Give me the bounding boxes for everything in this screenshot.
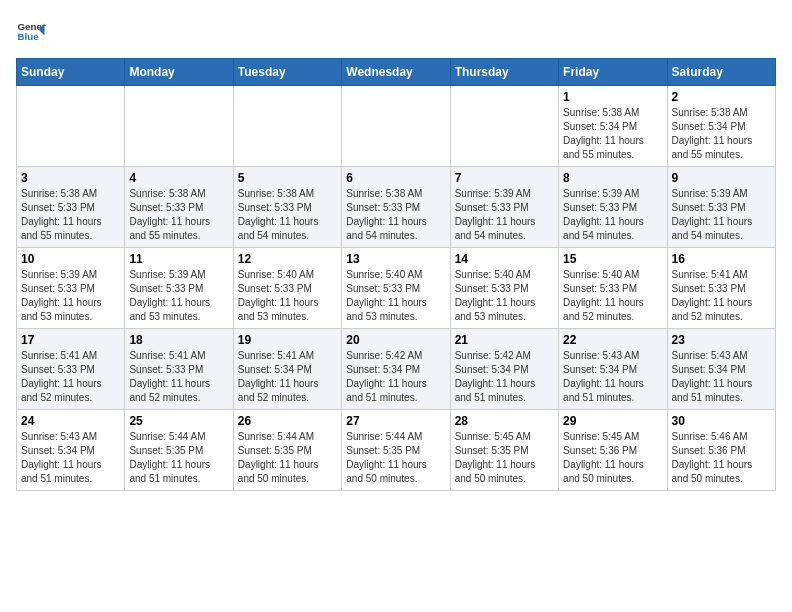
calendar-cell: 22Sunrise: 5:43 AM Sunset: 5:34 PM Dayli… (559, 329, 667, 410)
day-number: 3 (21, 171, 120, 185)
calendar-cell: 6Sunrise: 5:38 AM Sunset: 5:33 PM Daylig… (342, 167, 450, 248)
day-info: Sunrise: 5:39 AM Sunset: 5:33 PM Dayligh… (455, 187, 554, 243)
calendar-cell: 28Sunrise: 5:45 AM Sunset: 5:35 PM Dayli… (450, 410, 558, 491)
day-number: 8 (563, 171, 662, 185)
day-info: Sunrise: 5:46 AM Sunset: 5:36 PM Dayligh… (672, 430, 771, 486)
week-row-1: 1Sunrise: 5:38 AM Sunset: 5:34 PM Daylig… (17, 86, 776, 167)
weekday-header-friday: Friday (559, 59, 667, 86)
calendar-cell: 30Sunrise: 5:46 AM Sunset: 5:36 PM Dayli… (667, 410, 775, 491)
weekday-header-saturday: Saturday (667, 59, 775, 86)
day-number: 25 (129, 414, 228, 428)
day-number: 15 (563, 252, 662, 266)
calendar-cell: 18Sunrise: 5:41 AM Sunset: 5:33 PM Dayli… (125, 329, 233, 410)
logo: General Blue (16, 16, 46, 46)
day-info: Sunrise: 5:39 AM Sunset: 5:33 PM Dayligh… (563, 187, 662, 243)
day-info: Sunrise: 5:38 AM Sunset: 5:34 PM Dayligh… (672, 106, 771, 162)
day-number: 9 (672, 171, 771, 185)
day-info: Sunrise: 5:38 AM Sunset: 5:33 PM Dayligh… (21, 187, 120, 243)
day-info: Sunrise: 5:43 AM Sunset: 5:34 PM Dayligh… (563, 349, 662, 405)
calendar-cell: 2Sunrise: 5:38 AM Sunset: 5:34 PM Daylig… (667, 86, 775, 167)
day-info: Sunrise: 5:38 AM Sunset: 5:33 PM Dayligh… (129, 187, 228, 243)
calendar-cell: 16Sunrise: 5:41 AM Sunset: 5:33 PM Dayli… (667, 248, 775, 329)
day-number: 2 (672, 90, 771, 104)
day-number: 10 (21, 252, 120, 266)
day-number: 6 (346, 171, 445, 185)
day-info: Sunrise: 5:41 AM Sunset: 5:34 PM Dayligh… (238, 349, 337, 405)
calendar-cell: 5Sunrise: 5:38 AM Sunset: 5:33 PM Daylig… (233, 167, 341, 248)
day-number: 20 (346, 333, 445, 347)
calendar-cell (125, 86, 233, 167)
weekday-header-wednesday: Wednesday (342, 59, 450, 86)
week-row-5: 24Sunrise: 5:43 AM Sunset: 5:34 PM Dayli… (17, 410, 776, 491)
logo-icon: General Blue (16, 16, 46, 46)
day-info: Sunrise: 5:44 AM Sunset: 5:35 PM Dayligh… (346, 430, 445, 486)
day-number: 7 (455, 171, 554, 185)
calendar-cell: 13Sunrise: 5:40 AM Sunset: 5:33 PM Dayli… (342, 248, 450, 329)
day-number: 17 (21, 333, 120, 347)
week-row-4: 17Sunrise: 5:41 AM Sunset: 5:33 PM Dayli… (17, 329, 776, 410)
day-number: 5 (238, 171, 337, 185)
week-row-3: 10Sunrise: 5:39 AM Sunset: 5:33 PM Dayli… (17, 248, 776, 329)
day-info: Sunrise: 5:41 AM Sunset: 5:33 PM Dayligh… (129, 349, 228, 405)
calendar-cell: 8Sunrise: 5:39 AM Sunset: 5:33 PM Daylig… (559, 167, 667, 248)
day-info: Sunrise: 5:44 AM Sunset: 5:35 PM Dayligh… (238, 430, 337, 486)
day-info: Sunrise: 5:38 AM Sunset: 5:34 PM Dayligh… (563, 106, 662, 162)
calendar-cell: 26Sunrise: 5:44 AM Sunset: 5:35 PM Dayli… (233, 410, 341, 491)
calendar-cell: 4Sunrise: 5:38 AM Sunset: 5:33 PM Daylig… (125, 167, 233, 248)
calendar-cell: 25Sunrise: 5:44 AM Sunset: 5:35 PM Dayli… (125, 410, 233, 491)
day-number: 1 (563, 90, 662, 104)
day-number: 16 (672, 252, 771, 266)
calendar-cell: 1Sunrise: 5:38 AM Sunset: 5:34 PM Daylig… (559, 86, 667, 167)
calendar-cell: 21Sunrise: 5:42 AM Sunset: 5:34 PM Dayli… (450, 329, 558, 410)
day-number: 14 (455, 252, 554, 266)
svg-text:Blue: Blue (18, 31, 40, 42)
calendar-cell: 17Sunrise: 5:41 AM Sunset: 5:33 PM Dayli… (17, 329, 125, 410)
page-header: General Blue (16, 16, 776, 46)
day-number: 26 (238, 414, 337, 428)
calendar-table: SundayMondayTuesdayWednesdayThursdayFrid… (16, 58, 776, 491)
day-info: Sunrise: 5:42 AM Sunset: 5:34 PM Dayligh… (455, 349, 554, 405)
day-number: 22 (563, 333, 662, 347)
calendar-cell (233, 86, 341, 167)
calendar-cell (450, 86, 558, 167)
day-number: 13 (346, 252, 445, 266)
day-info: Sunrise: 5:43 AM Sunset: 5:34 PM Dayligh… (21, 430, 120, 486)
calendar-cell: 3Sunrise: 5:38 AM Sunset: 5:33 PM Daylig… (17, 167, 125, 248)
calendar-cell: 10Sunrise: 5:39 AM Sunset: 5:33 PM Dayli… (17, 248, 125, 329)
day-info: Sunrise: 5:39 AM Sunset: 5:33 PM Dayligh… (21, 268, 120, 324)
calendar-cell: 20Sunrise: 5:42 AM Sunset: 5:34 PM Dayli… (342, 329, 450, 410)
day-info: Sunrise: 5:40 AM Sunset: 5:33 PM Dayligh… (455, 268, 554, 324)
day-info: Sunrise: 5:45 AM Sunset: 5:36 PM Dayligh… (563, 430, 662, 486)
weekday-header-row: SundayMondayTuesdayWednesdayThursdayFrid… (17, 59, 776, 86)
weekday-header-sunday: Sunday (17, 59, 125, 86)
day-info: Sunrise: 5:44 AM Sunset: 5:35 PM Dayligh… (129, 430, 228, 486)
day-number: 19 (238, 333, 337, 347)
calendar-cell: 14Sunrise: 5:40 AM Sunset: 5:33 PM Dayli… (450, 248, 558, 329)
day-number: 21 (455, 333, 554, 347)
day-info: Sunrise: 5:38 AM Sunset: 5:33 PM Dayligh… (346, 187, 445, 243)
day-info: Sunrise: 5:45 AM Sunset: 5:35 PM Dayligh… (455, 430, 554, 486)
day-info: Sunrise: 5:40 AM Sunset: 5:33 PM Dayligh… (346, 268, 445, 324)
day-info: Sunrise: 5:40 AM Sunset: 5:33 PM Dayligh… (563, 268, 662, 324)
weekday-header-monday: Monday (125, 59, 233, 86)
day-number: 4 (129, 171, 228, 185)
day-number: 23 (672, 333, 771, 347)
day-info: Sunrise: 5:38 AM Sunset: 5:33 PM Dayligh… (238, 187, 337, 243)
calendar-cell: 7Sunrise: 5:39 AM Sunset: 5:33 PM Daylig… (450, 167, 558, 248)
calendar-cell: 29Sunrise: 5:45 AM Sunset: 5:36 PM Dayli… (559, 410, 667, 491)
day-info: Sunrise: 5:39 AM Sunset: 5:33 PM Dayligh… (129, 268, 228, 324)
calendar-cell: 9Sunrise: 5:39 AM Sunset: 5:33 PM Daylig… (667, 167, 775, 248)
calendar-cell: 11Sunrise: 5:39 AM Sunset: 5:33 PM Dayli… (125, 248, 233, 329)
day-info: Sunrise: 5:41 AM Sunset: 5:33 PM Dayligh… (21, 349, 120, 405)
calendar-cell: 24Sunrise: 5:43 AM Sunset: 5:34 PM Dayli… (17, 410, 125, 491)
day-info: Sunrise: 5:43 AM Sunset: 5:34 PM Dayligh… (672, 349, 771, 405)
day-number: 12 (238, 252, 337, 266)
day-number: 29 (563, 414, 662, 428)
day-number: 18 (129, 333, 228, 347)
calendar-cell: 23Sunrise: 5:43 AM Sunset: 5:34 PM Dayli… (667, 329, 775, 410)
day-number: 24 (21, 414, 120, 428)
calendar-cell: 27Sunrise: 5:44 AM Sunset: 5:35 PM Dayli… (342, 410, 450, 491)
weekday-header-tuesday: Tuesday (233, 59, 341, 86)
day-info: Sunrise: 5:40 AM Sunset: 5:33 PM Dayligh… (238, 268, 337, 324)
day-number: 11 (129, 252, 228, 266)
